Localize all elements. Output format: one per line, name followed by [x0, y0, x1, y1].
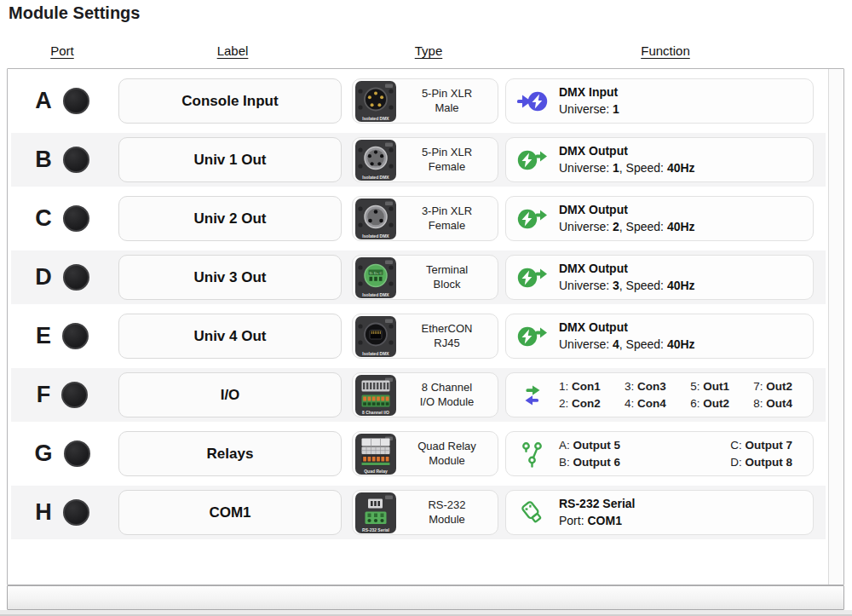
dmx-output-icon: [517, 148, 548, 172]
function-channel-map: 1: Con12: Con23: Con34: Con45: Out16: Ou…: [559, 378, 804, 412]
label-field[interactable]: Relays: [118, 431, 342, 476]
label-field[interactable]: Univ 3 Out: [118, 255, 342, 300]
module-row-F: FI/O 8 Channel I/O8 ChannelI/O Module 1:…: [11, 366, 826, 424]
function-description: DMX InputUniverse: 1: [559, 84, 619, 118]
type-cell[interactable]: Isolated DMXEtherCONRJ45: [352, 314, 498, 359]
port-status-led: [63, 499, 89, 526]
function-cell[interactable]: 1: Con12: Con23: Con34: Con45: Out16: Ou…: [505, 372, 814, 417]
channel-assignment: 1: Con1: [559, 378, 601, 395]
type-label: Quad RelayModule: [401, 440, 492, 469]
column-header-port: Port: [50, 43, 74, 58]
type-cell[interactable]: Quad RelayQuad RelayModule: [352, 431, 498, 476]
label-field[interactable]: COM1: [118, 490, 342, 535]
module-row-A: AConsole Input Isolated DMX5-Pin XLRMale…: [11, 72, 826, 130]
type-cell[interactable]: Isolated DMX3-Pin XLRFemale: [352, 196, 498, 241]
port-status-led: [63, 88, 89, 114]
channel-column: 5: Out16: Out2: [690, 378, 729, 412]
horizontal-scrollbar-track[interactable]: [7, 585, 844, 610]
type-label: 8 ChannelI/O Module: [401, 381, 492, 410]
port-cell-E: E: [11, 323, 113, 349]
label-field[interactable]: I/O: [118, 372, 342, 417]
channel-assignment: D: Output 8: [730, 454, 792, 471]
function-cell[interactable]: RS-232 SerialPort: COM1: [505, 490, 814, 535]
xlr-5-male-icon: Isolated DMX: [355, 81, 396, 122]
port-cell-D: D: [11, 264, 113, 291]
label-field[interactable]: Console Input: [118, 78, 342, 124]
column-header-function: Function: [641, 43, 690, 58]
type-label: RS-232Module: [401, 498, 492, 527]
module-row-E: EUniv 4 Out Isolated DMXEtherCONRJ45 DMX…: [11, 307, 826, 366]
type-cell[interactable]: D- D+ C Isolated DMXTerminalBlock: [352, 255, 498, 300]
function-cell[interactable]: A: Output 5B: Output 6C: Output 7D: Outp…: [505, 431, 814, 476]
module-row-C: CUniv 2 Out Isolated DMX3-Pin XLRFemale …: [11, 189, 826, 248]
port-cell-B: B: [11, 147, 113, 173]
channel-assignment: C: Output 7: [730, 437, 792, 454]
channel-assignment: 4: Con4: [625, 395, 666, 412]
channel-assignment: 8: Out4: [753, 395, 792, 412]
port-letter: F: [37, 382, 51, 408]
channel-assignment: 7: Out2: [753, 378, 792, 395]
channel-column: 3: Con34: Con4: [625, 378, 666, 412]
type-cell[interactable]: Isolated DMX5-Pin XLRMale: [352, 78, 498, 124]
window-bottom-edge: [0, 610, 852, 616]
function-description: DMX OutputUniverse: 4, Speed: 40Hz: [559, 320, 695, 353]
rs232-module-icon: RS-232 Serial: [355, 492, 396, 533]
module-row-G: GRelays Quad RelayQuad RelayModule A: Ou…: [11, 424, 826, 483]
channel-assignment: 2: Con2: [559, 395, 601, 412]
port-status-led: [63, 264, 89, 291]
port-cell-G: G: [11, 440, 113, 467]
relay-switch-icon: [517, 440, 548, 468]
port-cell-H: H: [11, 499, 113, 526]
svg-text:Isolated DMX: Isolated DMX: [362, 174, 389, 179]
port-status-led: [61, 382, 88, 408]
module-table: AConsole Input Isolated DMX5-Pin XLRMale…: [7, 68, 844, 585]
function-description: DMX OutputUniverse: 3, Speed: 40Hz: [559, 261, 695, 294]
module-row-D: DUniv 3 Out D- D+ C Isolated DMXTerminal…: [11, 248, 826, 307]
function-description: DMX OutputUniverse: 2, Speed: 40Hz: [559, 202, 695, 235]
dmx-input-icon: [517, 89, 548, 113]
function-cell[interactable]: DMX OutputUniverse: 2, Speed: 40Hz: [505, 196, 814, 241]
label-field[interactable]: Univ 4 Out: [118, 314, 342, 359]
port-cell-C: C: [11, 205, 113, 232]
dmx-output-icon: [517, 266, 548, 290]
type-label: EtherCONRJ45: [401, 322, 492, 351]
type-cell[interactable]: Isolated DMX5-Pin XLRFemale: [352, 137, 498, 182]
module-rows: AConsole Input Isolated DMX5-Pin XLRMale…: [11, 72, 826, 542]
type-cell[interactable]: 8 Channel I/O8 ChannelI/O Module: [352, 372, 498, 417]
ethercon-icon: Isolated DMX: [355, 316, 396, 357]
port-letter: G: [34, 440, 52, 467]
dmx-output-icon: [517, 207, 548, 231]
function-cell[interactable]: DMX OutputUniverse: 1, Speed: 40Hz: [505, 137, 814, 182]
label-field[interactable]: Univ 1 Out: [118, 137, 342, 182]
xlr-5-female-icon: Isolated DMX: [355, 140, 396, 181]
function-cell[interactable]: DMX InputUniverse: 1: [505, 78, 814, 124]
type-cell[interactable]: RS-232 SerialRS-232Module: [352, 490, 498, 535]
svg-text:8 Channel I/O: 8 Channel I/O: [362, 409, 389, 414]
function-cell[interactable]: DMX OutputUniverse: 3, Speed: 40Hz: [505, 255, 814, 300]
svg-text:Quad Relay: Quad Relay: [364, 468, 388, 473]
channel-assignment: 6: Out2: [690, 395, 729, 412]
function-description: DMX OutputUniverse: 1, Speed: 40Hz: [559, 143, 695, 176]
port-cell-A: A: [11, 88, 113, 114]
vertical-scrollbar-track[interactable]: [828, 69, 843, 584]
port-status-led: [63, 147, 89, 173]
function-cell[interactable]: DMX OutputUniverse: 4, Speed: 40Hz: [505, 314, 814, 359]
svg-text:Isolated DMX: Isolated DMX: [362, 350, 389, 355]
svg-text:D- D+ C: D- D+ C: [370, 270, 383, 274]
terminal-block-icon: D- D+ C Isolated DMX: [355, 257, 396, 298]
function-channel-map: A: Output 5B: Output 6C: Output 7D: Outp…: [559, 437, 804, 470]
channel-column: C: Output 7D: Output 8: [730, 437, 792, 470]
column-header-type: Type: [415, 43, 443, 58]
label-field[interactable]: Univ 2 Out: [118, 196, 342, 241]
type-label: 5-Pin XLRMale: [401, 87, 492, 116]
port-letter: A: [35, 88, 52, 114]
type-label: 5-Pin XLRFemale: [401, 146, 492, 175]
port-letter: C: [35, 205, 52, 232]
module-row-B: BUniv 1 Out Isolated DMX5-Pin XLRFemale …: [11, 130, 826, 189]
type-label: TerminalBlock: [401, 263, 492, 292]
dmx-output-icon: [517, 325, 548, 348]
type-label: 3-Pin XLRFemale: [401, 204, 492, 233]
svg-text:Isolated DMX: Isolated DMX: [362, 233, 389, 238]
io-module-icon: 8 Channel I/O: [355, 375, 396, 416]
column-header-label: Label: [217, 43, 249, 58]
